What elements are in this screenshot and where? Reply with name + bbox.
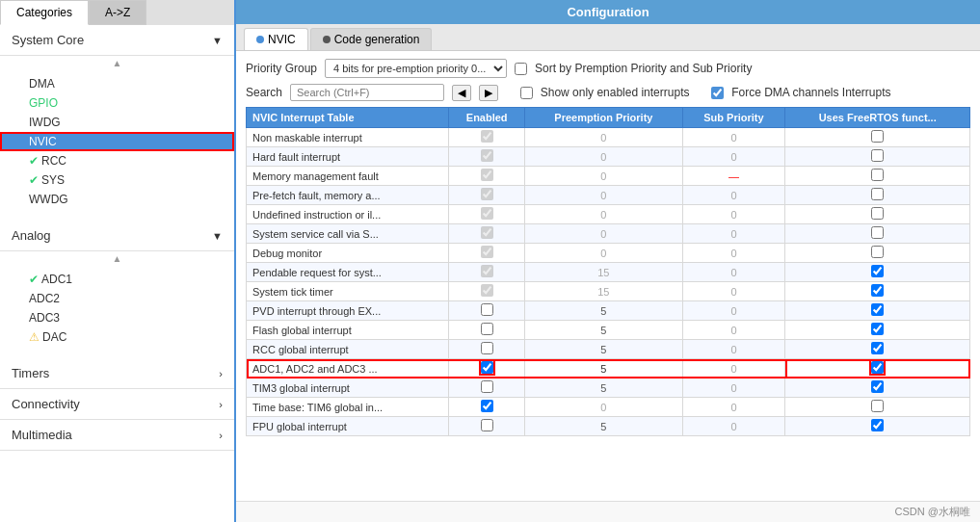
table-row: Time base: TIM6 global in...00 xyxy=(247,398,970,417)
adc1-label: ADC1 xyxy=(41,273,72,286)
search-label: Search xyxy=(246,86,282,99)
enabled-cell[interactable] xyxy=(449,282,525,301)
sidebar-divider-1 xyxy=(0,213,234,221)
freertos-cell[interactable] xyxy=(785,263,970,282)
sidebar-item-adc1[interactable]: ✔ ADC1 xyxy=(0,270,234,289)
col-header-freertos: Uses FreeRTOS funct... xyxy=(785,108,970,128)
enabled-cell[interactable] xyxy=(449,417,525,436)
freertos-cell[interactable] xyxy=(785,186,970,205)
priority-group-select[interactable]: 4 bits for pre-emption priority 0... xyxy=(325,59,507,78)
enabled-cell[interactable] xyxy=(449,378,525,398)
freertos-cell[interactable] xyxy=(785,244,970,263)
table-row: Non maskable interrupt00 xyxy=(247,128,970,147)
system-core-header[interactable]: System Core ▼ xyxy=(0,25,234,56)
tab-az[interactable]: A->Z xyxy=(89,0,146,25)
freertos-cell[interactable] xyxy=(785,301,970,321)
table-row: TIM3 global interrupt50 xyxy=(247,378,970,398)
preemption-cell: 15 xyxy=(525,282,682,301)
enabled-cell[interactable] xyxy=(449,205,525,224)
sidebar-item-nvic[interactable]: NVIC xyxy=(0,132,234,151)
freertos-cell[interactable] xyxy=(785,282,970,301)
sub-priority-cell: 0 xyxy=(682,417,785,436)
preemption-cell: 0 xyxy=(525,128,682,147)
enabled-cell[interactable] xyxy=(449,244,525,263)
system-core-items: DMA GPIO IWDG NVIC ✔ RCC ✔ SYS xyxy=(0,70,234,213)
enabled-cell[interactable] xyxy=(449,398,525,417)
sidebar-item-adc2[interactable]: ADC2 xyxy=(0,289,234,308)
sub-priority-cell: 0 xyxy=(682,282,785,301)
enabled-cell[interactable] xyxy=(449,359,525,378)
tab-categories[interactable]: Categories xyxy=(0,0,89,25)
freertos-cell[interactable] xyxy=(785,147,970,167)
sidebar-item-sys[interactable]: ✔ SYS xyxy=(0,170,234,190)
preemption-cell[interactable]: 5 xyxy=(525,340,682,359)
freertos-cell[interactable] xyxy=(785,398,970,417)
interrupt-name: Flash global interrupt xyxy=(247,321,449,340)
preemption-cell[interactable]: 5 xyxy=(525,301,682,321)
freertos-cell[interactable] xyxy=(785,321,970,340)
sidebar-item-dma[interactable]: DMA xyxy=(0,74,234,93)
analog-items: ✔ ADC1 ADC2 ADC3 ⚠ DAC xyxy=(0,266,234,351)
enabled-cell[interactable] xyxy=(449,147,525,167)
sidebar-item-gpio[interactable]: GPIO xyxy=(0,93,234,113)
search-input[interactable] xyxy=(290,84,444,101)
freertos-cell[interactable] xyxy=(785,359,970,378)
freertos-cell[interactable] xyxy=(785,167,970,186)
preemption-cell[interactable]: 5 xyxy=(525,321,682,340)
freertos-cell[interactable] xyxy=(785,128,970,147)
nvic-table: NVIC Interrupt Table Enabled Preemption … xyxy=(246,107,970,436)
interrupt-name: PVD interrupt through EX... xyxy=(247,301,449,321)
sidebar-item-adc3[interactable]: ADC3 xyxy=(0,308,234,327)
freertos-cell[interactable] xyxy=(785,378,970,398)
preemption-cell[interactable]: 5 xyxy=(525,417,682,436)
enabled-cell[interactable] xyxy=(449,186,525,205)
nav-next-button[interactable]: ▶ xyxy=(479,85,498,101)
enabled-cell[interactable] xyxy=(449,167,525,186)
enabled-cell[interactable] xyxy=(449,321,525,340)
freertos-cell[interactable] xyxy=(785,205,970,224)
enabled-cell[interactable] xyxy=(449,224,525,244)
preemption-cell: 0 xyxy=(525,205,682,224)
multimedia-header[interactable]: Multimedia › xyxy=(0,420,234,451)
enabled-cell[interactable] xyxy=(449,301,525,321)
search-row: Search ◀ ▶ Show only enabled interrupts … xyxy=(246,84,970,101)
tab-code-generation[interactable]: Code generation xyxy=(310,28,433,50)
enabled-cell[interactable] xyxy=(449,128,525,147)
sidebar-item-wwdg[interactable]: WWDG xyxy=(0,190,234,209)
multimedia-label: Multimedia xyxy=(12,428,72,442)
rcc-check-icon: ✔ xyxy=(29,154,39,168)
sidebar-item-rcc[interactable]: ✔ RCC xyxy=(0,151,234,170)
show-only-checkbox[interactable] xyxy=(520,87,533,99)
code-gen-tab-dot xyxy=(323,36,331,43)
nav-prev-button[interactable]: ◀ xyxy=(452,85,471,101)
table-row: Memory management fault0— xyxy=(247,167,970,186)
freertos-cell[interactable] xyxy=(785,340,970,359)
multimedia-arrow: › xyxy=(219,430,223,441)
sort-checkbox[interactable] xyxy=(515,63,527,75)
preemption-cell[interactable]: 5 xyxy=(525,378,682,398)
sidebar-item-dac[interactable]: ⚠ DAC xyxy=(0,327,234,347)
analog-header[interactable]: Analog ▼ xyxy=(0,221,234,251)
enabled-cell[interactable] xyxy=(449,340,525,359)
timers-header[interactable]: Timers › xyxy=(0,358,234,389)
system-core-label: System Core xyxy=(12,33,84,47)
sidebar-item-iwdg[interactable]: IWDG xyxy=(0,113,234,132)
timers-label: Timers xyxy=(12,366,49,380)
timers-section: Timers › xyxy=(0,358,234,389)
connectivity-header[interactable]: Connectivity › xyxy=(0,389,234,420)
code-gen-tab-label: Code generation xyxy=(334,33,420,46)
interrupt-name: Debug monitor xyxy=(247,244,449,263)
interrupt-name: RCC global interrupt xyxy=(247,340,449,359)
priority-group-row: Priority Group 4 bits for pre-emption pr… xyxy=(246,59,970,78)
content-tabs: NVIC Code generation xyxy=(236,24,980,51)
interrupt-name: Undefined instruction or il... xyxy=(247,205,449,224)
analog-label: Analog xyxy=(12,228,50,243)
preemption-cell: 0 xyxy=(525,186,682,205)
freertos-cell[interactable] xyxy=(785,224,970,244)
force-dma-checkbox[interactable] xyxy=(711,87,724,99)
preemption-cell[interactable]: 5 xyxy=(525,359,682,378)
enabled-cell[interactable] xyxy=(449,263,525,282)
freertos-cell[interactable] xyxy=(785,417,970,436)
system-core-arrow: ▼ xyxy=(212,35,223,46)
tab-nvic[interactable]: NVIC xyxy=(244,28,308,50)
